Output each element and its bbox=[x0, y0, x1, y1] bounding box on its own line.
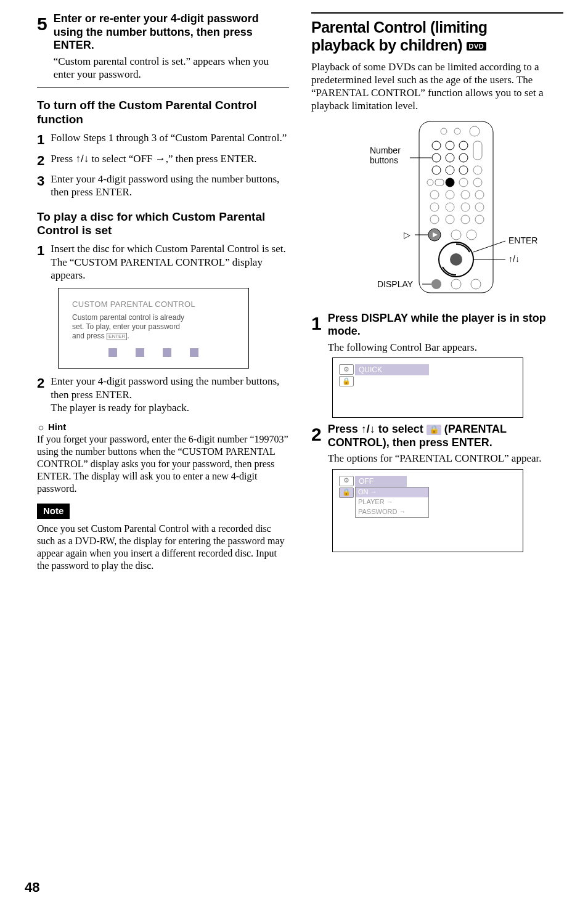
turnoff-s1: Follow Steps 1 through 3 of “Custom Pare… bbox=[51, 131, 289, 144]
svg-point-3 bbox=[470, 126, 480, 136]
password-digit-tile bbox=[190, 348, 198, 357]
display-title: CUSTOM PARENTAL CONTROL bbox=[72, 300, 235, 309]
svg-point-39 bbox=[451, 279, 461, 289]
svg-point-25 bbox=[446, 203, 454, 211]
svg-point-38 bbox=[431, 279, 441, 289]
svg-point-27 bbox=[475, 203, 484, 211]
label-updown: ↑/↓ bbox=[508, 254, 520, 264]
svg-point-18 bbox=[459, 178, 468, 187]
password-digit-tile bbox=[136, 348, 144, 357]
quick-field: QUICK bbox=[355, 364, 429, 375]
divider bbox=[37, 87, 289, 88]
svg-point-9 bbox=[459, 153, 468, 162]
remote-diagram: Numberbuttons ▷ DISPLAY ENTER ↑/↓ bbox=[311, 118, 563, 300]
svg-point-20 bbox=[430, 190, 439, 199]
updown-arrows-icon: ↑/↓ bbox=[361, 423, 375, 435]
right-step2-body: The options for “PARENTAL CONTROL” appea… bbox=[328, 452, 563, 465]
opt-on: ON → bbox=[356, 488, 428, 497]
right-step1-num: 1 bbox=[311, 312, 322, 335]
step5-body: “Custom parental control is set.” appear… bbox=[54, 55, 289, 81]
right-step1-body: The following Control Bar appears. bbox=[328, 341, 563, 354]
turnoff-s3: Enter your 4-digit password using the nu… bbox=[51, 173, 289, 199]
toolbox-icon: ⚙ bbox=[339, 364, 354, 375]
svg-point-1 bbox=[441, 128, 447, 134]
toolbox-icon: ⚙ bbox=[339, 476, 354, 486]
playdisc-s2-num: 2 bbox=[37, 375, 44, 392]
lock-icon: 🔒 bbox=[339, 376, 354, 386]
step5-num: 5 bbox=[37, 12, 47, 36]
opt-password: PASSWORD → bbox=[356, 507, 428, 517]
note-body: Once you set Custom Parental Control wit… bbox=[37, 523, 289, 572]
svg-point-22 bbox=[461, 190, 470, 199]
opt-player: PLAYER → bbox=[356, 497, 428, 507]
label-number-buttons: Numberbuttons bbox=[370, 145, 401, 165]
hint-body: If you forget your password, enter the 6… bbox=[37, 433, 289, 495]
svg-point-34 bbox=[451, 230, 461, 240]
note-label: Note bbox=[37, 504, 70, 519]
svg-point-23 bbox=[475, 190, 484, 199]
enter-key-icon: ENTER bbox=[107, 333, 127, 340]
playdisc-s1b: The “CUSTOM PARENTAL CONTROL” display ap… bbox=[51, 256, 289, 282]
svg-point-31 bbox=[475, 215, 484, 224]
svg-point-40 bbox=[471, 279, 481, 289]
right-step2-num: 2 bbox=[311, 423, 322, 446]
right-arrow-icon: → bbox=[155, 153, 166, 165]
step5-title: Enter or re-enter your 4-digit password … bbox=[54, 12, 289, 52]
page-number: 48 bbox=[25, 879, 39, 896]
svg-point-16 bbox=[427, 179, 433, 186]
svg-point-6 bbox=[459, 141, 468, 150]
svg-point-19 bbox=[473, 178, 482, 187]
turnoff-s3-num: 3 bbox=[37, 173, 44, 190]
right-step2-title: Press ↑/↓ to select 🔒 (PARENTAL CONTROL)… bbox=[328, 423, 563, 449]
control-bar-panel: ⚙ 🔒 QUICK bbox=[332, 357, 523, 418]
svg-point-15 bbox=[473, 166, 482, 174]
svg-point-11 bbox=[446, 166, 454, 174]
section-top-rule bbox=[311, 12, 563, 14]
svg-rect-17 bbox=[435, 179, 444, 186]
off-field: OFF bbox=[355, 476, 407, 487]
options-panel: ⚙ 🔒 OFF ON → PLAYER → PASSWORD → bbox=[332, 469, 523, 552]
lock-icon: 🔒 bbox=[427, 425, 441, 435]
updown-arrows-icon: ↑/↓ bbox=[75, 153, 89, 165]
svg-rect-14 bbox=[473, 141, 482, 160]
section-title: Parental Control (limiting playback by c… bbox=[311, 18, 563, 54]
svg-point-5 bbox=[446, 141, 454, 150]
playdisc-s1a: Insert the disc for which Custom Parenta… bbox=[51, 242, 289, 255]
svg-point-35 bbox=[467, 230, 476, 240]
right-step1-title: Press DISPLAY while the player is in sto… bbox=[328, 312, 563, 338]
svg-point-7 bbox=[432, 153, 441, 162]
svg-point-28 bbox=[430, 215, 439, 224]
turnoff-s2: Press ↑/↓ to select “OFF →,” then press … bbox=[51, 152, 289, 165]
section-intro: Playback of some DVDs can be limited acc… bbox=[311, 60, 563, 113]
svg-point-29 bbox=[446, 215, 454, 224]
svg-point-8 bbox=[446, 153, 454, 162]
turnoff-s2-num: 2 bbox=[37, 152, 44, 169]
label-display: DISPLAY bbox=[377, 279, 414, 289]
svg-point-12 bbox=[459, 166, 468, 174]
playdisc-s1-num: 1 bbox=[37, 242, 44, 259]
playdisc-s2a: Enter your 4-digit password using the nu… bbox=[51, 375, 289, 401]
display-line1: Custom parental control is already bbox=[72, 313, 235, 322]
svg-point-21 bbox=[446, 190, 454, 199]
svg-line-44 bbox=[473, 241, 505, 252]
svg-point-10 bbox=[432, 166, 441, 174]
turnoff-heading: To turn off the Custom Parental Control … bbox=[37, 99, 289, 126]
play-icon: ▷ bbox=[404, 230, 410, 240]
svg-point-26 bbox=[461, 203, 470, 211]
hint-label: Hint bbox=[48, 422, 66, 432]
display-line2: set. To play, enter your password bbox=[72, 322, 235, 332]
svg-point-37 bbox=[450, 253, 462, 266]
svg-point-13 bbox=[446, 178, 454, 187]
playdisc-heading: To play a disc for which Custom Parental… bbox=[37, 210, 289, 238]
playdisc-s2b: The player is ready for playback. bbox=[51, 401, 289, 414]
svg-point-24 bbox=[430, 203, 439, 211]
svg-point-2 bbox=[454, 128, 460, 134]
svg-point-30 bbox=[461, 215, 470, 224]
svg-point-4 bbox=[432, 141, 441, 150]
hint-bulb-icon: ☼ bbox=[37, 422, 46, 432]
lock-icon: 🔒 bbox=[339, 488, 354, 498]
password-digit-tile bbox=[108, 348, 117, 357]
parental-display-panel: CUSTOM PARENTAL CONTROL Custom parental … bbox=[58, 288, 249, 369]
dvd-badge-icon: DVD bbox=[467, 42, 487, 51]
turnoff-s1-num: 1 bbox=[37, 131, 44, 149]
